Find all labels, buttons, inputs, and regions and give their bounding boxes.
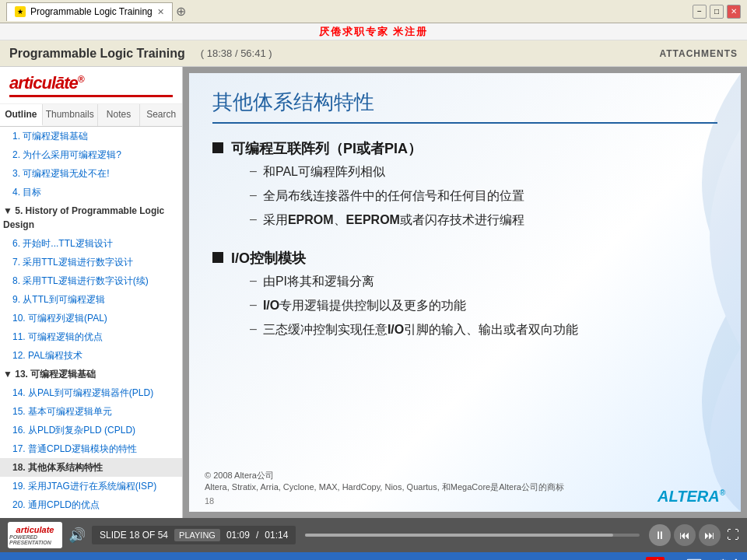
outline-item-5[interactable]: ▼ 5. History of Programmable Logic Desig… xyxy=(0,201,182,234)
taskbar-icon-7[interactable]: ✱ xyxy=(731,557,741,560)
outline-item-6[interactable]: 6. 开始时...TTL逻辑设计 xyxy=(0,234,182,253)
controls-bar: articulate POWERED PRESENTATION 🔊 SLIDE … xyxy=(0,518,747,552)
attachments-button[interactable]: ATTACHMENTS xyxy=(659,48,738,59)
outline-item-16[interactable]: 16. 从PLD到复杂PLD (CPLD) xyxy=(0,421,182,439)
promo-text: 厌倦求职专家 米注册 xyxy=(319,25,429,39)
slide-area: 其他体系结构特性 可编程互联阵列（PI或者PIA） – 和PAL可编程阵列相似 … xyxy=(183,67,747,518)
outline-item-19[interactable]: 19. 采用JTAG进行在系统编程(ISP) xyxy=(0,477,182,495)
app-title: Programmable Logic Training xyxy=(9,47,185,61)
tab-thumbnails[interactable]: Thumbnails xyxy=(43,104,98,126)
art-logo-text: articulate xyxy=(16,525,54,534)
art-logo-sub: POWERED PRESENTATION xyxy=(9,534,61,545)
tab-close-button[interactable]: ✕ xyxy=(157,7,164,17)
time-separator: / xyxy=(256,530,258,541)
tab-search[interactable]: Search xyxy=(140,104,182,126)
outline-item-17[interactable]: 17. 普通CPLD逻辑模块的特性 xyxy=(0,439,182,458)
sub-bullets-1: – 和PAL可编程阵列相似 – 全局布线连接器件中的任何信号和任何目的位置 – … xyxy=(250,164,524,229)
articulate-logo: articulāte® xyxy=(9,73,173,93)
outline-item-9[interactable]: 9. 从TTL到可编程逻辑 xyxy=(0,290,182,309)
taskbar: S中 ♦ ○ ⌨ ◫ ⚙ ✱ xyxy=(0,552,747,560)
sub-bullet-1-1: – 和PAL可编程阵列相似 xyxy=(250,164,524,180)
outline-item-18[interactable]: 18. 其他体系结构特性 xyxy=(0,458,182,477)
next-button[interactable]: ⏭ xyxy=(699,524,721,546)
app-header: Programmable Logic Training ( 18:38 / 56… xyxy=(0,40,747,67)
slide-label: SLIDE 18 OF 54 xyxy=(100,530,168,541)
taskbar-icon-6[interactable]: ⚙ xyxy=(718,557,728,560)
sidebar-logo: articulāte® xyxy=(0,67,182,104)
minimize-button[interactable]: − xyxy=(693,5,707,19)
bullet-square-1 xyxy=(212,142,223,153)
prev-button[interactable]: ⏮ xyxy=(674,524,696,546)
outline-item-12[interactable]: 12. PAL编程技术 xyxy=(0,346,182,365)
volume-button[interactable]: 🔊 xyxy=(68,527,86,544)
footer-note: Altera, Stratix, Arria, Cyclone, MAX, Ha… xyxy=(205,481,564,493)
outline-item-15[interactable]: 15. 基本可编程逻辑单元 xyxy=(0,402,182,421)
time-current: 01:09 xyxy=(226,530,250,541)
outline-item-20[interactable]: 20. 通用CPLD的优点 xyxy=(0,495,182,514)
slide-container: 其他体系结构特性 可编程互联阵列（PI或者PIA） – 和PAL可编程阵列相似 … xyxy=(189,73,741,512)
new-tab-button[interactable]: ⊕ xyxy=(176,4,186,19)
playback-controls: ⏸ ⏮ ⏭ xyxy=(649,524,721,546)
taskbar-icon-2[interactable]: ♦ xyxy=(668,557,673,560)
bullet-square-2 xyxy=(212,252,223,263)
sidebar-tabs: Outline Thumbnails Notes Search xyxy=(0,104,182,127)
taskbar-icon-3[interactable]: ○ xyxy=(677,557,683,560)
pause-button[interactable]: ⏸ xyxy=(649,524,671,546)
bullet-1-text: 可编程互联阵列（PI或者PIA） xyxy=(231,139,524,158)
slide-footer: © 2008 Altera公司 Altera, Stratix, Arria, … xyxy=(205,470,564,506)
slide-info: SLIDE 18 OF 54 PLAYING 01:09 / 01:14 xyxy=(92,526,296,544)
tab-notes[interactable]: Notes xyxy=(98,104,141,126)
outline-item-8[interactable]: 8. 采用TTL逻辑进行数字设计(续) xyxy=(0,271,182,290)
time-info: ( 18:38 / 56:41 ) xyxy=(201,47,272,59)
articulate-logo-small: articulate POWERED PRESENTATION xyxy=(8,522,62,548)
outline-item-14[interactable]: 14. 从PAL到可编程逻辑器件(PLD) xyxy=(0,383,182,402)
slide-content: 其他体系结构特性 可编程互联阵列（PI或者PIA） – 和PAL可编程阵列相似 … xyxy=(189,73,741,374)
bullet-2: I/O控制模块 – 由PI将其和逻辑分离 – I/O专用逻辑提供控制以及更多的功… xyxy=(212,249,717,346)
outline-item-7[interactable]: 7. 采用TTL逻辑进行数字设计 xyxy=(0,253,182,271)
tab-outline[interactable]: Outline xyxy=(0,104,43,126)
sub-bullet-2-1: – 由PI将其和逻辑分离 xyxy=(250,274,578,290)
outline-item-21[interactable]: ▶ 21. What is an FPGA? xyxy=(0,514,182,518)
time-total: 01:14 xyxy=(265,530,288,541)
outline-item-2[interactable]: 2. 为什么采用可编程逻辑? xyxy=(0,145,182,164)
footer-copyright: © 2008 Altera公司 xyxy=(205,470,564,481)
sidebar: articulāte® Outline Thumbnails Notes Sea… xyxy=(0,67,183,518)
sub-text-2-2: I/O专用逻辑提供控制以及更多的功能 xyxy=(263,298,466,314)
slide-title: 其他体系结构特性 xyxy=(212,89,717,124)
progress-fill xyxy=(305,534,612,537)
slide-number: 18 xyxy=(205,496,564,506)
sub-text-1-1: 和PAL可编程阵列相似 xyxy=(263,164,385,180)
sub-text-1-2: 全局布线连接器件中的任何信号和任何目的位置 xyxy=(263,188,524,205)
bullet-2-text: I/O控制模块 xyxy=(231,249,578,268)
sub-text-2-1: 由PI将其和逻辑分离 xyxy=(263,274,374,290)
tab-title: Programmable Logic Training xyxy=(30,6,153,17)
outline-item-11[interactable]: 11. 可编程逻辑的优点 xyxy=(0,327,182,346)
sub-bullet-2-2: – I/O专用逻辑提供控制以及更多的功能 xyxy=(250,298,578,314)
window-controls: − □ ✕ xyxy=(693,5,741,19)
expand-button[interactable]: ⛶ xyxy=(727,528,739,542)
sub-bullet-1-3: – 采用EPROM、EEPROM或者闪存技术进行编程 xyxy=(250,212,524,229)
browser-tab-bar: ★ Programmable Logic Training ✕ ⊕ − □ ✕ xyxy=(0,0,747,23)
close-button[interactable]: ✕ xyxy=(727,5,741,19)
playing-status: PLAYING xyxy=(174,529,220,541)
sub-bullet-2-3: – 三态缓冲控制实现任意I/O引脚的输入、输出或者双向功能 xyxy=(250,322,578,338)
bullet-1: 可编程互联阵列（PI或者PIA） – 和PAL可编程阵列相似 – 全局布线连接器… xyxy=(212,139,717,236)
outline-item-4[interactable]: 4. 目标 xyxy=(0,183,182,201)
outline-item-13[interactable]: ▼ 13. 可编程逻辑基础 xyxy=(0,365,182,383)
outline-item-1[interactable]: 1. 可编程逻辑基础 xyxy=(0,127,182,145)
taskbar-icon-1[interactable]: S中 xyxy=(646,557,665,561)
sub-bullet-1-2: – 全局布线连接器件中的任何信号和任何目的位置 xyxy=(250,188,524,205)
taskbar-icon-4[interactable]: ⌨ xyxy=(686,557,702,560)
sub-text-2-3: 三态缓冲控制实现任意I/O引脚的输入、输出或者双向功能 xyxy=(263,322,578,338)
outline-item-3[interactable]: 3. 可编程逻辑无处不在! xyxy=(0,164,182,183)
promo-header: 厌倦求职专家 米注册 xyxy=(0,23,747,40)
sub-bullets-2: – 由PI将其和逻辑分离 – I/O专用逻辑提供控制以及更多的功能 – 三态缓冲… xyxy=(250,274,578,338)
maximize-button[interactable]: □ xyxy=(710,5,724,19)
outline-list: 1. 可编程逻辑基础 2. 为什么采用可编程逻辑? 3. 可编程逻辑无处不在! … xyxy=(0,127,182,518)
tab-favicon: ★ xyxy=(15,6,26,17)
progress-bar[interactable] xyxy=(305,534,640,537)
taskbar-icon-5[interactable]: ◫ xyxy=(705,557,715,560)
outline-item-10[interactable]: 10. 可编程列逻辑(PAL) xyxy=(0,309,182,327)
main-layout: articulāte® Outline Thumbnails Notes Sea… xyxy=(0,67,747,518)
active-tab[interactable]: ★ Programmable Logic Training ✕ xyxy=(6,2,173,21)
